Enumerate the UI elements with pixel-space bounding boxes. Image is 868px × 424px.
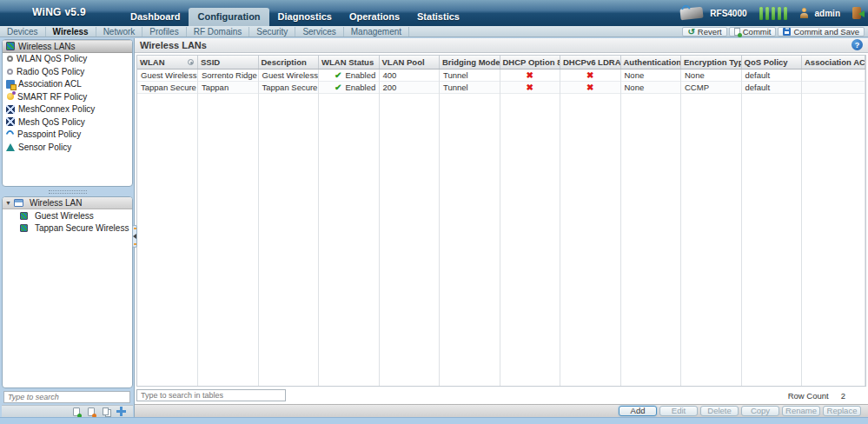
delete-button[interactable]: Delete <box>700 406 739 416</box>
sidebar-item-wireless-lans[interactable]: Wireless LANs <box>3 40 132 53</box>
help-icon[interactable]: ? <box>851 39 863 50</box>
cell-bridging-mode: Tunnel <box>440 81 500 93</box>
sidebar-item-meshconnex-policy[interactable]: MeshConnex Policy <box>3 103 132 116</box>
table-row-guest-wireless[interactable]: Guest Wireless Sorrento Ridge Guest Gues… <box>137 69 865 81</box>
subnav-management[interactable]: Management <box>344 27 409 36</box>
sidebar-item-association-acl[interactable]: Association ACL <box>3 78 132 91</box>
commit-button[interactable]: Commit <box>729 27 777 36</box>
table-search-input[interactable] <box>136 389 286 401</box>
sidebar-collapse-handle[interactable] <box>132 225 137 248</box>
row-count-value: 2 <box>841 391 845 401</box>
cross-icon: ✖ <box>527 83 533 92</box>
enabled-check-icon: ✔ <box>335 70 341 80</box>
user-icon <box>799 8 808 18</box>
tab-configuration[interactable]: Configuration <box>189 8 268 26</box>
logout-icon[interactable] <box>852 7 861 19</box>
row-count-label: Row Count <box>788 391 829 401</box>
subnav-network[interactable]: Network <box>96 27 143 36</box>
commit-and-save-button[interactable]: Commit and Save <box>778 27 865 36</box>
edit-button[interactable]: Edit <box>659 406 698 416</box>
col-header-qos-policy[interactable]: QoS Policy <box>741 56 802 70</box>
col-header-dhcpv6-ldra[interactable]: DHCPv6 LDRA <box>560 56 621 70</box>
smart-rf-policy-icon <box>7 93 14 100</box>
add-item-icon[interactable] <box>73 407 80 416</box>
subnav-profiles[interactable]: Profiles <box>142 27 186 36</box>
table-icon <box>14 199 23 207</box>
wireless-lans-icon <box>6 42 15 50</box>
sidebar-item-sensor-policy[interactable]: Sensor Policy <box>3 141 132 154</box>
passpoint-policy-icon <box>4 129 16 140</box>
col-header-vlan-pool[interactable]: VLAN Pool <box>379 56 440 70</box>
radio-qos-policy-icon <box>7 69 13 75</box>
sidebar-item-wlan-qos-policy[interactable]: WLAN QoS Policy <box>3 53 132 66</box>
sidebar-item-radio-qos-policy[interactable]: Radio QoS Policy <box>3 65 132 78</box>
sidebar-toolbar <box>2 405 133 417</box>
cell-dhcpv6-ldra: ✖ <box>560 81 621 93</box>
action-button-bar: Add Edit Delete Copy Rename Replace <box>135 404 868 417</box>
copy-button[interactable]: Copy <box>741 406 779 416</box>
tab-dashboard[interactable]: Dashboard <box>122 8 189 26</box>
sidebar-search-input[interactable] <box>3 391 130 403</box>
cell-dhcp-option-82: ✖ <box>500 81 560 93</box>
tree-expander-icon[interactable]: ▼ <box>5 200 11 206</box>
cell-encryption-type: CCMP <box>681 81 742 93</box>
subnav-security[interactable]: Security <box>249 27 295 36</box>
sort-indicator-icon <box>188 59 194 65</box>
cross-icon: ✖ <box>586 70 593 80</box>
tree-root-wireless-lan[interactable]: ▼ Wireless LAN <box>3 197 132 209</box>
col-header-wlan-status[interactable]: WLAN Status <box>319 56 380 70</box>
revert-button[interactable]: ↺ Revert <box>682 27 726 36</box>
top-bar: WiNG v5.9 Dashboard Configuration Diagno… <box>0 0 868 26</box>
device-name: RFS4000 <box>710 9 746 18</box>
col-header-authentication-type[interactable]: Authentication Type <box>620 56 681 70</box>
cell-association-acl <box>802 69 865 81</box>
sidebar: Wireless LANs WLAN QoS Policy Radio QoS … <box>0 38 135 417</box>
cell-qos-policy: default <box>741 81 802 93</box>
tab-operations[interactable]: Operations <box>341 8 408 26</box>
cross-icon: ✖ <box>527 70 533 80</box>
table-row-tappan-secure-wireless[interactable]: Tappan Secure Wirele: Tappan Tappan Secu… <box>137 81 865 93</box>
tree-item-tappan-secure-wireless[interactable]: Tappan Secure Wireless <box>3 222 132 234</box>
wlan-item-icon <box>20 212 28 220</box>
col-header-wlan[interactable]: WLAN <box>137 56 198 70</box>
col-header-ssid[interactable]: SSID <box>198 56 259 70</box>
subnav-devices[interactable]: Devices <box>0 27 46 36</box>
status-bars-icon <box>759 7 787 20</box>
sidebar-item-smart-rf-policy[interactable]: SMART RF Policy <box>3 90 132 103</box>
sidebar-horizontal-splitter[interactable] <box>2 187 133 196</box>
cell-bridging-mode: Tunnel <box>440 69 500 81</box>
col-header-description[interactable]: Description <box>258 56 319 70</box>
cell-dhcpv6-ldra: ✖ <box>560 69 621 81</box>
subnav-services[interactable]: Services <box>295 27 343 36</box>
sidebar-item-mesh-qos-policy[interactable]: Mesh QoS Policy <box>3 116 132 129</box>
table-header-row: WLAN SSID Description WLAN Status VLAN P… <box>137 56 865 70</box>
cell-vlan-pool: 200 <box>379 81 440 93</box>
primary-nav: Dashboard Configuration Diagnostics Oper… <box>122 8 468 26</box>
move-item-icon[interactable] <box>116 407 126 416</box>
copy-item-icon[interactable] <box>103 407 109 415</box>
row-count: Row Count 2 <box>788 391 863 401</box>
wlan-qos-policy-icon <box>7 56 13 62</box>
delete-item-icon[interactable] <box>88 407 95 416</box>
col-header-association-acl[interactable]: Association ACL <box>802 56 865 70</box>
add-button[interactable]: Add <box>619 406 657 416</box>
replace-button[interactable]: Replace <box>823 406 861 416</box>
col-header-bridging-mode[interactable]: Bridging Mode <box>440 56 500 70</box>
col-header-encryption-type[interactable]: Encryption Type <box>681 56 742 70</box>
tab-statistics[interactable]: Statistics <box>408 8 468 26</box>
cell-encryption-type: None <box>681 69 742 81</box>
rename-button[interactable]: Rename <box>782 406 820 416</box>
wireless-lan-tree-panel: ▼ Wireless LAN Guest Wireless Tappan Sec… <box>2 196 133 388</box>
col-header-dhcp-option-82[interactable]: DHCP Option 82 <box>500 56 560 70</box>
device-icon <box>680 6 704 20</box>
status-bar <box>0 417 868 424</box>
cell-dhcp-option-82: ✖ <box>500 69 560 81</box>
app-logo: WiNG v5.9 <box>32 6 86 18</box>
sidebar-item-passpoint-policy[interactable]: Passpoint Policy <box>3 129 132 142</box>
tree-item-guest-wireless[interactable]: Guest Wireless <box>3 209 132 222</box>
subnav-wireless[interactable]: Wireless <box>46 27 96 36</box>
tab-diagnostics[interactable]: Diagnostics <box>269 8 341 26</box>
cell-description: Tappan Secure Wirele: <box>258 81 319 93</box>
subnav-rf-domains[interactable]: RF Domains <box>187 27 250 36</box>
cell-association-acl <box>802 81 865 93</box>
